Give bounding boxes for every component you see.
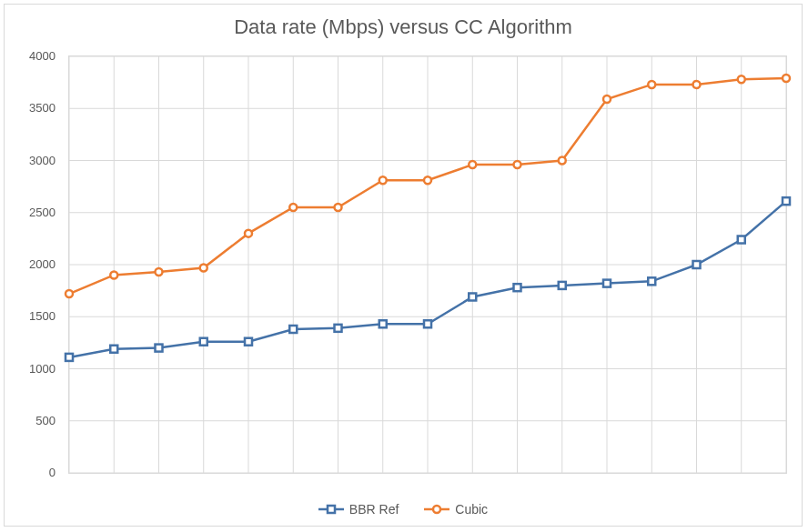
y-tick-label: 500 <box>35 413 56 427</box>
data-marker <box>648 277 655 285</box>
data-marker <box>200 264 207 271</box>
y-axis-labels: 05001000150020002500300035004000 <box>5 55 61 474</box>
data-marker <box>424 176 431 184</box>
data-marker <box>289 326 297 333</box>
data-marker <box>603 280 611 287</box>
chart-title: Data rate (Mbps) versus CC Algorithm <box>5 15 802 39</box>
data-marker <box>469 293 476 300</box>
data-marker <box>738 75 745 83</box>
data-marker <box>66 354 73 361</box>
data-marker <box>559 157 566 165</box>
square-marker-icon <box>318 503 344 516</box>
svg-rect-27 <box>328 506 335 513</box>
chart-frame: Data rate (Mbps) versus CC Algorithm 050… <box>4 4 803 527</box>
data-marker <box>559 282 566 289</box>
legend-item: Cubic <box>424 502 488 517</box>
y-tick-label: 0 <box>49 466 56 479</box>
y-tick-label: 4000 <box>29 49 56 63</box>
data-marker <box>335 325 342 332</box>
data-marker <box>156 345 163 352</box>
legend-label: Cubic <box>455 502 488 517</box>
data-marker <box>156 268 163 276</box>
data-marker <box>648 81 655 88</box>
circle-marker-icon <box>424 503 449 516</box>
data-marker <box>110 346 117 353</box>
data-marker <box>110 271 117 278</box>
data-marker <box>200 338 207 346</box>
plot-area <box>68 55 787 474</box>
data-marker <box>66 290 73 297</box>
y-tick-label: 2500 <box>29 205 56 218</box>
data-marker <box>514 161 521 168</box>
y-tick-label: 3000 <box>29 153 56 166</box>
y-tick-label: 3500 <box>29 101 56 115</box>
data-marker <box>424 320 431 327</box>
data-marker <box>693 81 701 88</box>
legend: BBR RefCubic <box>5 502 802 517</box>
y-tick-label: 1000 <box>29 361 56 375</box>
legend-item: BBR Ref <box>318 502 399 517</box>
data-marker <box>289 204 297 211</box>
y-tick-label: 2000 <box>29 257 56 271</box>
data-marker <box>335 204 342 211</box>
y-tick-label: 1500 <box>29 309 56 323</box>
data-marker <box>245 338 252 346</box>
gridlines <box>69 56 786 473</box>
data-marker <box>379 176 387 184</box>
data-marker <box>738 236 745 244</box>
data-marker <box>783 197 790 205</box>
legend-label: BBR Ref <box>349 502 399 517</box>
data-marker <box>514 284 521 291</box>
data-marker <box>693 261 701 268</box>
data-marker <box>603 95 611 103</box>
data-marker <box>469 161 476 168</box>
data-marker <box>783 75 790 82</box>
svg-point-29 <box>433 506 440 513</box>
data-marker <box>245 230 252 237</box>
data-marker <box>379 320 387 327</box>
